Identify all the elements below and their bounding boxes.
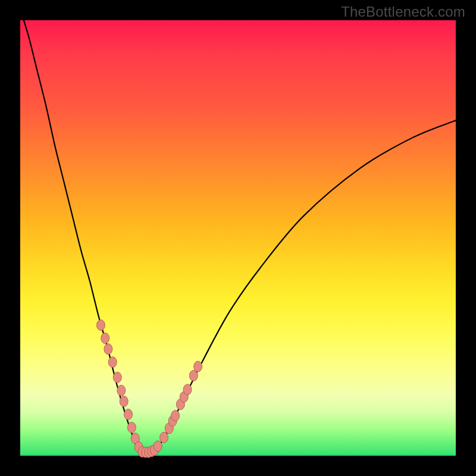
bead-marker — [104, 344, 112, 355]
bead-marker — [120, 396, 128, 407]
bottleneck-curve — [23, 16, 456, 453]
watermark-text: TheBottleneck.com — [341, 4, 465, 20]
plot-area — [20, 20, 456, 456]
bead-marker — [113, 372, 121, 383]
bead-marker — [154, 441, 162, 452]
bead-marker — [108, 357, 117, 368]
bead-marker — [101, 333, 109, 343]
bead-marker — [96, 320, 105, 330]
chart-svg — [20, 20, 456, 456]
bead-marker — [183, 384, 192, 395]
outer-frame: TheBottleneck.com — [0, 0, 476, 476]
bead-marker — [117, 385, 126, 396]
bead-marker — [160, 432, 168, 443]
bead-marker — [127, 422, 136, 433]
bead-marker — [194, 361, 202, 372]
bead-marker — [189, 370, 198, 381]
bead-group — [96, 320, 202, 458]
bead-marker — [124, 409, 133, 419]
bead-marker — [171, 411, 180, 421]
